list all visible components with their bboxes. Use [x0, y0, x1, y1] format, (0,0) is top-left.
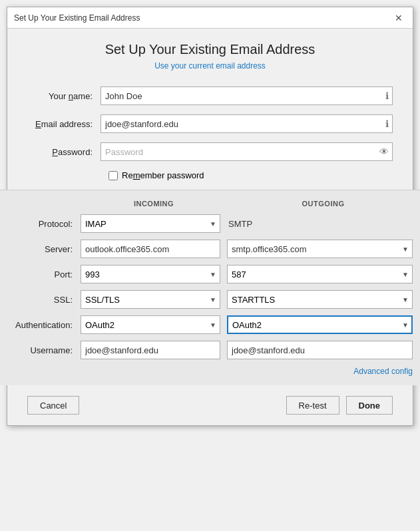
server-row: Server: ▼ [7, 240, 413, 258]
footer-right: Re-test Done [286, 396, 393, 415]
server-label: Server: [7, 244, 81, 254]
username-outgoing-input[interactable] [227, 341, 413, 359]
username-incoming-wrap [81, 341, 220, 359]
auth-incoming-wrap: OAuth2 Normal password None ▼ [81, 315, 220, 334]
password-row: Password: 👁 [27, 142, 393, 161]
port-incoming-select[interactable]: 993 143 [81, 265, 220, 283]
cancel-button[interactable]: Cancel [27, 396, 79, 415]
done-button[interactable]: Done [346, 396, 393, 415]
remember-password-checkbox[interactable] [108, 171, 118, 180]
password-input-wrapper: 👁 [101, 142, 393, 161]
server-section: INCOMING OUTGOING Protocol: IMAP POP3 ▼ … [0, 190, 420, 385]
heading-section: Set Up Your Existing Email Address Use y… [27, 42, 393, 71]
port-outgoing-wrap: 587 465 25 ▼ [227, 265, 413, 283]
server-header-row: INCOMING OUTGOING [81, 200, 413, 208]
heading-subtitle: Use your current email address [27, 61, 393, 71]
port-incoming-wrap: 993 143 ▼ [81, 265, 220, 283]
protocol-label: Protocol: [7, 219, 81, 229]
server-incoming-wrap [81, 240, 220, 258]
password-label: Password: [27, 147, 101, 157]
incoming-header: INCOMING [81, 200, 227, 208]
username-outgoing-wrap [227, 341, 413, 359]
heading-title: Set Up Your Existing Email Address [27, 42, 393, 57]
email-input[interactable] [101, 114, 393, 133]
auth-outgoing-wrap: OAuth2 Normal password None ▼ [227, 315, 413, 334]
email-input-wrapper: ℹ [101, 114, 393, 133]
port-outgoing-select[interactable]: 587 465 25 [227, 265, 413, 283]
remember-password-label: Remember password [122, 170, 204, 180]
username-fields [81, 341, 413, 359]
ssl-label: SSL: [7, 295, 81, 305]
username-row: Username: [7, 341, 413, 359]
server-fields: ▼ [81, 240, 413, 258]
username-label: Username: [7, 345, 81, 355]
port-label: Port: [7, 269, 81, 279]
ssl-fields: SSL/TLS STARTTLS None ▼ STARTTLS SSL/TLS… [81, 290, 413, 309]
outgoing-header: OUTGOING [234, 200, 413, 208]
ssl-incoming-select[interactable]: SSL/TLS STARTTLS None [81, 290, 220, 309]
title-bar-text: Set Up Your Existing Email Address [14, 13, 140, 23]
protocol-incoming-select[interactable]: IMAP POP3 [81, 214, 220, 233]
ssl-incoming-wrap: SSL/TLS STARTTLS None ▼ [81, 290, 220, 309]
name-label: Your name: [27, 91, 101, 101]
password-input[interactable] [101, 142, 393, 161]
ssl-outgoing-select[interactable]: STARTTLS SSL/TLS None [227, 290, 413, 309]
auth-outgoing-select[interactable]: OAuth2 Normal password None [227, 315, 413, 334]
port-fields: 993 143 ▼ 587 465 25 ▼ [81, 265, 413, 283]
email-row: Email address: ℹ [27, 114, 393, 133]
remember-password-row: Remember password [108, 170, 393, 180]
auth-fields: OAuth2 Normal password None ▼ OAuth2 Nor… [81, 315, 413, 334]
protocol-fields: IMAP POP3 ▼ SMTP [81, 214, 413, 233]
dialog-footer: Cancel Re-test Done [7, 385, 413, 425]
name-input-wrapper: ℹ [101, 87, 393, 105]
close-button[interactable]: ✕ [391, 11, 406, 25]
protocol-outgoing-text: SMTP [227, 214, 413, 233]
protocol-outgoing-wrap: SMTP [227, 214, 413, 233]
auth-incoming-select[interactable]: OAuth2 Normal password None [81, 315, 220, 334]
email-label: Email address: [27, 119, 101, 129]
protocol-row: Protocol: IMAP POP3 ▼ SMTP [7, 214, 413, 233]
advanced-config-row: Advanced config [7, 366, 413, 376]
retest-button[interactable]: Re-test [286, 396, 339, 415]
server-outgoing-wrap: ▼ [227, 240, 413, 258]
auth-label: Authentication: [7, 320, 81, 330]
dialog-body: Set Up Your Existing Email Address Use y… [7, 29, 413, 180]
name-input[interactable] [101, 87, 393, 105]
advanced-config-link[interactable]: Advanced config [353, 367, 413, 376]
protocol-incoming-wrap: IMAP POP3 ▼ [81, 214, 220, 233]
server-outgoing-input[interactable] [227, 240, 413, 258]
server-incoming-input[interactable] [81, 240, 220, 258]
port-row: Port: 993 143 ▼ 587 465 25 ▼ [7, 265, 413, 283]
title-bar: Set Up Your Existing Email Address ✕ [7, 7, 413, 29]
ssl-row: SSL: SSL/TLS STARTTLS None ▼ STARTTLS SS… [7, 290, 413, 309]
dialog: Set Up Your Existing Email Address ✕ Set… [7, 7, 413, 426]
name-row: Your name: ℹ [27, 87, 393, 105]
username-incoming-input[interactable] [81, 341, 220, 359]
auth-row: Authentication: OAuth2 Normal password N… [7, 315, 413, 334]
ssl-outgoing-wrap: STARTTLS SSL/TLS None ▼ [227, 290, 413, 309]
